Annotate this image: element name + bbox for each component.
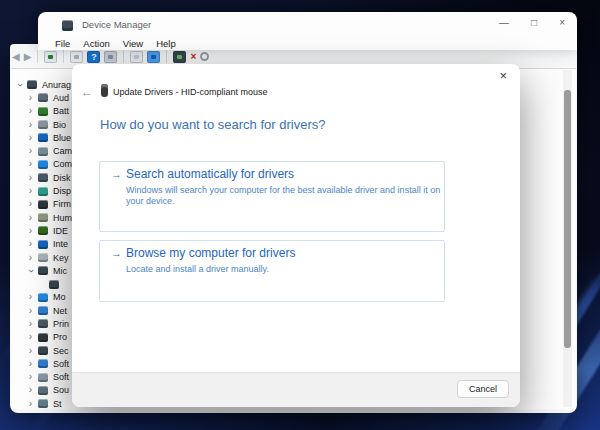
chevron-icon[interactable]: › [26, 332, 35, 342]
software-component-icon [38, 359, 48, 368]
tree-item-label: Cam [53, 146, 72, 156]
vertical-scrollbar[interactable] [563, 70, 572, 407]
chevron-icon[interactable]: › [26, 106, 35, 116]
tree-item-label: Blue [53, 133, 71, 143]
display-adapter-icon [38, 187, 48, 196]
chevron-icon[interactable]: › [26, 292, 35, 302]
tree-item-label: Pro [53, 332, 67, 342]
update-driver-screen-icon[interactable] [147, 51, 160, 63]
uninstall-device-icon[interactable] [173, 51, 186, 63]
software-device-icon [38, 373, 48, 382]
titlebar: Device Manager — □ × [38, 12, 577, 38]
forward-icon[interactable]: ▶ [24, 50, 32, 63]
tree-item-label: Hum [53, 213, 72, 223]
toolbar: ◀▶?× [12, 48, 209, 65]
browse-computer-option[interactable]: → Browse my computer for drivers Locate … [99, 240, 445, 302]
scrollbar-thumb[interactable] [564, 90, 571, 348]
chevron-icon[interactable]: › [26, 372, 35, 382]
maximize-button[interactable]: □ [531, 17, 537, 28]
chevron-icon[interactable]: › [26, 306, 35, 316]
tree-item-label: Prin [53, 319, 69, 329]
window-controls: — □ × [499, 17, 565, 28]
bluetooth-icon [38, 133, 48, 142]
tree-item-label: Soft [53, 359, 69, 369]
chevron-icon[interactable]: › [26, 186, 35, 196]
menu-help[interactable]: Help [156, 38, 176, 50]
scan-page-icon[interactable] [130, 51, 143, 63]
chevron-icon[interactable]: › [26, 346, 35, 356]
tree-item-label: Sou [53, 385, 69, 395]
help-icon[interactable]: ? [87, 51, 100, 63]
option-title: Search automatically for drivers [126, 167, 294, 181]
chevron-icon[interactable]: › [26, 146, 35, 156]
biometric-icon [38, 120, 48, 129]
arrow-right-icon: → [111, 168, 122, 180]
close-button[interactable]: × [559, 17, 565, 28]
tree-item-label: Mic [53, 266, 67, 276]
option-description: Windows will search your computer for th… [126, 185, 442, 207]
chevron-icon[interactable]: › [26, 226, 35, 236]
chevron-icon[interactable]: › [26, 266, 36, 275]
tree-item-label: Anurag [42, 80, 71, 90]
chevron-icon[interactable]: › [26, 133, 35, 143]
chevron-icon[interactable]: › [26, 239, 35, 249]
battery-icon [38, 107, 48, 116]
dialog-back-icon[interactable]: ← [81, 85, 93, 99]
chevron-icon[interactable]: › [26, 173, 35, 183]
computer-monitor-icon [38, 160, 48, 169]
back-icon[interactable]: ◀ [12, 50, 20, 63]
computer-icon [27, 80, 37, 89]
processor-icon [38, 333, 48, 342]
mouse-icon [38, 266, 48, 275]
chevron-icon[interactable]: › [26, 93, 35, 103]
tree-item-label: Inte [53, 239, 68, 249]
dialog-title: Update Drivers - HID-compliant mouse [113, 87, 268, 97]
dialog-footer: Cancel [72, 372, 520, 407]
minimize-button[interactable]: — [499, 17, 509, 28]
network-adapter-icon [38, 306, 48, 315]
tree-item-label: Soft [53, 372, 69, 382]
monitor-icon [38, 293, 48, 302]
camera-icon [38, 147, 48, 156]
chevron-icon[interactable]: › [26, 359, 35, 369]
disable-device-icon[interactable] [200, 52, 209, 61]
firmware-icon [38, 200, 48, 209]
tree-item-label: Key [53, 253, 69, 263]
dialog-heading: How do you want to search for drivers? [100, 117, 325, 132]
chevron-icon[interactable]: › [26, 120, 35, 130]
storage-controller-icon [38, 399, 48, 408]
tree-item-label: IDE [53, 226, 68, 236]
option-title: Browse my computer for drivers [126, 246, 295, 260]
mouse-icon [49, 280, 59, 289]
audio-device-icon [38, 93, 48, 102]
chevron-icon[interactable]: › [26, 253, 35, 263]
remove-red-x-icon[interactable]: × [190, 50, 196, 63]
tree-item-label: Com [53, 159, 72, 169]
chevron-icon[interactable]: › [26, 399, 35, 409]
mouse-device-icon [101, 84, 108, 97]
chevron-icon[interactable]: › [26, 385, 35, 395]
chevron-icon[interactable]: › [15, 80, 25, 89]
tree-item-label: Aud [53, 93, 69, 103]
chevron-icon[interactable]: › [26, 159, 35, 169]
chevron-icon[interactable]: › [26, 199, 35, 209]
hid-device-icon [38, 213, 48, 222]
tree-item-label: Firm [53, 199, 71, 209]
cancel-button[interactable]: Cancel [457, 380, 509, 398]
ide-controller-icon [38, 226, 48, 235]
toolbar-separator [63, 50, 64, 63]
device-manager-icon [62, 20, 73, 31]
arrow-right-icon: → [111, 247, 122, 259]
menu-file[interactable]: File [55, 38, 70, 50]
interface-card-icon [38, 240, 48, 249]
list-icon[interactable] [104, 51, 117, 63]
dialog-close-icon[interactable]: × [499, 68, 507, 83]
chevron-icon[interactable]: › [26, 213, 35, 223]
console-tree-icon[interactable] [44, 51, 57, 63]
chevron-icon[interactable]: › [26, 319, 35, 329]
option-description: Locate and install a driver manually. [126, 264, 442, 275]
menu-view[interactable]: View [123, 38, 143, 50]
search-automatically-option[interactable]: → Search automatically for drivers Windo… [99, 161, 445, 232]
properties-icon[interactable] [70, 51, 83, 63]
menu-action[interactable]: Action [83, 38, 109, 50]
